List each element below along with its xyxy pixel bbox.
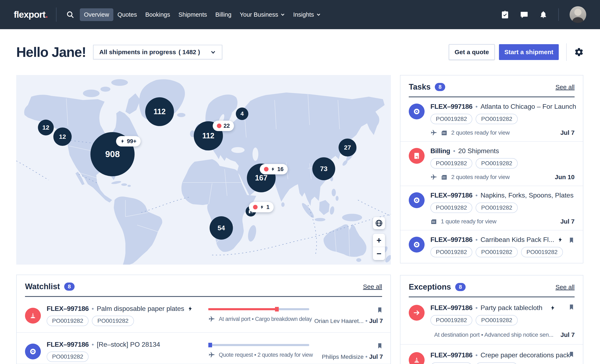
nav-item-shipments[interactable]: Shipments [174, 8, 211, 21]
tasks-clipboard-icon[interactable] [501, 10, 509, 19]
bolt-icon [260, 204, 264, 210]
get-a-quote-button[interactable]: Get a quote [449, 44, 495, 60]
task-row[interactable]: Billing•20 Shipments PO0019282 PO0019282… [400, 142, 583, 186]
exceptions-see-all-link[interactable]: See all [555, 284, 575, 291]
messages-icon[interactable] [520, 10, 528, 19]
page-header: Hello Jane! All shipments in progress ( … [0, 29, 600, 75]
po-tag[interactable]: PO0019282 [431, 315, 472, 326]
flexport-logo[interactable]: flexport. [14, 9, 48, 20]
map-cluster[interactable]: 4 [236, 108, 248, 120]
map-globe-button[interactable] [373, 217, 385, 229]
notifications-bell-icon[interactable] [539, 10, 547, 19]
eye-icon [412, 107, 421, 116]
plane-icon [208, 316, 215, 322]
settings-gear-icon[interactable] [574, 47, 584, 57]
chevron-down-icon [210, 49, 216, 55]
po-tag[interactable]: PO0019282 [476, 362, 517, 364]
po-tag[interactable]: PO0019282 [431, 362, 472, 364]
nav-item-quotes[interactable]: Quotes [113, 8, 141, 21]
exceptions-title: Exceptions [409, 282, 451, 291]
billing-avatar [409, 148, 425, 164]
shipment-progress-bar [208, 308, 309, 310]
map-alert-bolt-badge: 16 [260, 164, 288, 174]
nav-item-billing[interactable]: Billing [211, 8, 235, 21]
bookmark-icon[interactable] [568, 236, 575, 244]
po-tag[interactable]: PO0019282 [431, 114, 472, 124]
po-tag[interactable]: PO0019282 [431, 158, 472, 168]
chevron-down-icon [317, 12, 321, 17]
zoom-out-button[interactable]: − [373, 247, 385, 260]
po-tag[interactable]: PO0019282 [476, 158, 517, 168]
map-cluster[interactable]: 54 [210, 216, 233, 240]
bookmark-icon[interactable] [568, 350, 575, 358]
watchlist-title: Watchlist [25, 282, 60, 291]
tasks-panel: Tasks 8 See all FLEX–997186•Atlanta to C… [400, 75, 583, 263]
po-tag[interactable]: PO0019282 [47, 316, 89, 326]
watchlist-row[interactable]: FLEX–997186•[Re–stock] PO 28134 PO001928… [17, 333, 390, 364]
po-tag[interactable]: PO0019282 [92, 316, 134, 326]
map-zoom-controls: + − [373, 234, 385, 260]
quotes-icon [441, 174, 448, 180]
po-tag[interactable]: PO0019282 [476, 247, 517, 257]
shipment-eye-avatar [409, 237, 425, 252]
user-avatar[interactable] [570, 6, 586, 23]
exception-row[interactable]: FLEX–997186•Crepe paper decorations pack… [400, 345, 583, 364]
shipment-eye-avatar [409, 192, 425, 208]
shipment-progress-bar [208, 344, 309, 346]
shipment-eye-avatar [409, 103, 425, 119]
watchlist-row[interactable]: FLEX–997186•Palm disposable paper plates… [17, 297, 390, 333]
po-tag[interactable]: PO0019282 [521, 247, 563, 257]
arrow-right-icon [413, 309, 421, 317]
exception-cone-avatar [25, 308, 41, 324]
bookmark-icon[interactable] [568, 303, 575, 311]
map-cluster[interactable]: 27 [338, 139, 356, 157]
tasks-title: Tasks [409, 83, 431, 92]
po-tag[interactable]: PO0019282 [431, 203, 472, 213]
map-cluster[interactable]: 112 [145, 97, 174, 126]
invoice-icon [412, 152, 421, 160]
shipments-world-map[interactable]: 12 12 908 112 4 112 167 27 73 54 99+ [16, 75, 391, 265]
bolt-icon [557, 236, 563, 243]
shipments-filter-dropdown[interactable]: All shipments in progress ( 1482 ) [93, 45, 222, 59]
eye-icon [412, 241, 421, 249]
nav-divider [56, 8, 56, 22]
nav-item-insights[interactable]: Insights [289, 8, 325, 21]
nav-item-your-business[interactable]: Your Business [236, 8, 289, 21]
po-tag[interactable]: PO0019282 [476, 203, 517, 213]
eye-icon [412, 196, 421, 204]
page-title: Hello Jane! [16, 44, 86, 60]
map-cluster[interactable]: 73 [312, 157, 335, 180]
top-nav: flexport. Overview Quotes Bookings Shipm… [0, 0, 600, 29]
search-icon[interactable] [65, 9, 76, 20]
task-row[interactable]: FLEX–997186•Atlanta to Chicago – For Lau… [400, 97, 583, 142]
plane-icon [431, 129, 437, 136]
tasks-see-all-link[interactable]: See all [555, 84, 575, 91]
exception-row[interactable]: FLEX–997186•Party pack tablecloth PO0019… [400, 297, 583, 345]
po-tag[interactable]: PO0019282 [431, 247, 472, 257]
task-row[interactable]: FLEX–997186•Napkins, Forks, Spoons, Plat… [400, 186, 583, 230]
map-alert-badge: 22 [213, 121, 234, 131]
exceptions-panel: Exceptions 8 See all FLEX–997186•Party p… [400, 275, 583, 364]
po-tag[interactable]: PO0019282 [476, 114, 517, 124]
eye-icon [29, 347, 37, 356]
task-row[interactable]: FLEX–997186•Carribean Kids Pack Fl... PO… [400, 230, 583, 263]
zoom-in-button[interactable]: + [373, 234, 385, 247]
map-bolt-badge: 99+ [116, 136, 141, 147]
watchlist-see-all-link[interactable]: See all [363, 283, 382, 290]
quotes-icon [441, 129, 448, 136]
nav-item-overview[interactable]: Overview [80, 8, 113, 21]
bookmark-icon[interactable] [377, 306, 383, 314]
map-cluster[interactable]: 12 [53, 128, 72, 146]
map-cluster[interactable]: 12 [38, 120, 54, 135]
chevron-down-icon [281, 12, 285, 17]
start-a-shipment-button[interactable]: Start a shipment [499, 44, 559, 60]
quotes-icon [431, 218, 437, 225]
po-tag[interactable]: PO0019282 [47, 352, 89, 362]
bookmark-icon[interactable] [377, 342, 383, 350]
nav-item-bookings[interactable]: Bookings [141, 8, 174, 21]
po-tag[interactable]: PO0019282 [476, 315, 517, 326]
alert-dot [217, 123, 221, 128]
plane-icon [208, 352, 215, 358]
alert-dot [253, 205, 257, 209]
header-divider [566, 43, 567, 61]
